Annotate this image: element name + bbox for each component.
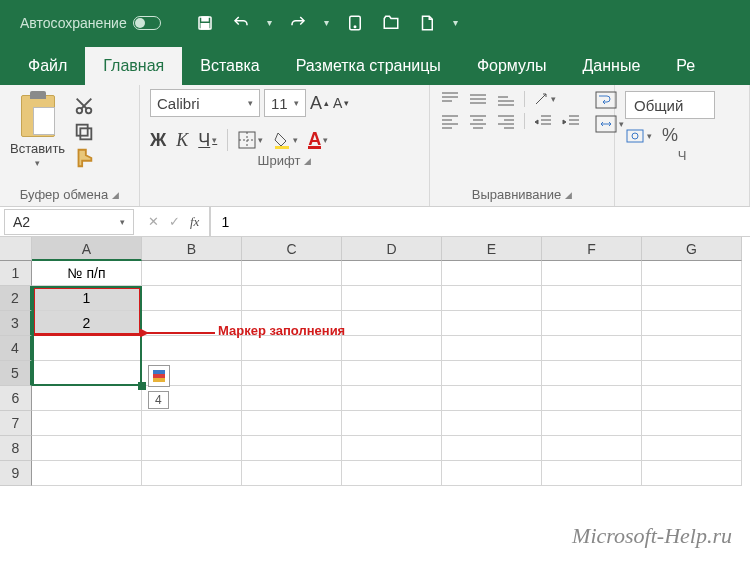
cell[interactable] <box>442 411 542 436</box>
row-header-5[interactable]: 5 <box>0 361 32 386</box>
cell[interactable] <box>142 436 242 461</box>
cell[interactable] <box>242 386 342 411</box>
chevron-down-icon[interactable]: ▾ <box>242 98 253 108</box>
cell[interactable] <box>342 336 442 361</box>
cell[interactable] <box>342 286 442 311</box>
borders-button[interactable]: ▾ <box>238 131 263 149</box>
fill-handle[interactable] <box>138 382 146 390</box>
cell[interactable] <box>642 261 742 286</box>
cell[interactable] <box>242 461 342 486</box>
cell-A3[interactable]: 2 <box>32 311 142 336</box>
increase-indent-icon[interactable] <box>561 113 581 129</box>
chevron-down-icon[interactable]: ▾ <box>288 98 299 108</box>
row-header-6[interactable]: 6 <box>0 386 32 411</box>
chevron-down-icon[interactable]: ▾ <box>120 217 125 227</box>
cut-icon[interactable] <box>73 95 95 115</box>
underline-button[interactable]: Ч▾ <box>198 130 217 151</box>
col-header-D[interactable]: D <box>342 237 442 261</box>
align-middle-icon[interactable] <box>468 91 488 107</box>
cell[interactable] <box>32 461 142 486</box>
cell[interactable] <box>32 436 142 461</box>
cell[interactable] <box>542 311 642 336</box>
row-header-1[interactable]: 1 <box>0 261 32 286</box>
cell-A1[interactable]: № п/п <box>32 261 142 286</box>
align-top-icon[interactable] <box>440 91 460 107</box>
format-painter-icon[interactable] <box>73 147 95 167</box>
formula-input[interactable]: 1 <box>210 207 750 236</box>
font-size-combo[interactable]: 11▾ <box>264 89 306 117</box>
copy-icon[interactable] <box>73 121 95 141</box>
cell[interactable] <box>142 411 242 436</box>
cell[interactable] <box>32 411 142 436</box>
italic-button[interactable]: К <box>176 130 188 151</box>
toggle-off-icon[interactable] <box>133 16 161 30</box>
font-name-combo[interactable]: Calibri▾ <box>150 89 260 117</box>
increase-font-icon[interactable]: А▴ <box>310 93 329 114</box>
percent-button[interactable]: % <box>662 125 678 146</box>
open-icon[interactable] <box>381 13 401 33</box>
cell[interactable] <box>242 411 342 436</box>
row-header-8[interactable]: 8 <box>0 436 32 461</box>
orientation-icon[interactable]: ▾ <box>533 91 556 107</box>
cell[interactable] <box>642 411 742 436</box>
bold-button[interactable]: Ж <box>150 130 166 151</box>
dialog-launcher-icon[interactable]: ◢ <box>565 190 572 200</box>
cell[interactable] <box>642 436 742 461</box>
cell[interactable] <box>342 411 442 436</box>
fill-color-button[interactable]: ▾ <box>273 131 298 149</box>
chevron-down-icon[interactable]: ▾ <box>453 17 458 28</box>
cell-A2[interactable]: 1 <box>32 286 142 311</box>
select-all-corner[interactable] <box>0 237 32 261</box>
decrease-font-icon[interactable]: А▾ <box>333 95 349 111</box>
align-bottom-icon[interactable] <box>496 91 516 107</box>
font-color-button[interactable]: А▾ <box>308 132 328 149</box>
cell[interactable] <box>142 286 242 311</box>
row-header-2[interactable]: 2 <box>0 286 32 311</box>
tab-formulas[interactable]: Формулы <box>459 47 565 85</box>
cell[interactable] <box>542 336 642 361</box>
cell[interactable] <box>242 286 342 311</box>
name-box[interactable]: A2▾ <box>4 209 134 235</box>
redo-icon[interactable] <box>288 13 308 33</box>
cell[interactable] <box>342 386 442 411</box>
chevron-down-icon[interactable]: ▾ <box>267 17 272 28</box>
dialog-launcher-icon[interactable]: ◢ <box>304 156 311 166</box>
cell[interactable] <box>442 336 542 361</box>
cell[interactable] <box>442 436 542 461</box>
align-right-icon[interactable] <box>496 113 516 129</box>
cell[interactable] <box>542 411 642 436</box>
cell[interactable] <box>442 311 542 336</box>
cell[interactable] <box>242 436 342 461</box>
col-header-C[interactable]: C <box>242 237 342 261</box>
cell[interactable] <box>642 361 742 386</box>
cell[interactable] <box>542 261 642 286</box>
row-header-7[interactable]: 7 <box>0 411 32 436</box>
fx-icon[interactable]: fx <box>190 214 199 230</box>
cell[interactable] <box>642 286 742 311</box>
row-header-3[interactable]: 3 <box>0 311 32 336</box>
cell[interactable] <box>32 386 142 411</box>
cell[interactable] <box>442 286 542 311</box>
cell[interactable] <box>542 461 642 486</box>
tab-insert[interactable]: Вставка <box>182 47 277 85</box>
undo-icon[interactable] <box>231 13 251 33</box>
cell[interactable] <box>442 261 542 286</box>
cell[interactable] <box>242 261 342 286</box>
cell[interactable] <box>442 461 542 486</box>
col-header-A[interactable]: A <box>32 237 142 261</box>
cell[interactable] <box>242 336 342 361</box>
col-header-F[interactable]: F <box>542 237 642 261</box>
cell[interactable] <box>342 361 442 386</box>
cell-A5[interactable] <box>32 361 142 386</box>
new-icon[interactable] <box>417 13 437 33</box>
row-header-4[interactable]: 4 <box>0 336 32 361</box>
cell[interactable] <box>342 311 442 336</box>
cell[interactable] <box>642 311 742 336</box>
cell[interactable] <box>542 386 642 411</box>
paste-button[interactable]: Вставить ▾ <box>10 89 65 168</box>
cell[interactable] <box>542 436 642 461</box>
enter-icon[interactable]: ✓ <box>169 214 180 229</box>
number-format-combo[interactable]: Общий <box>625 91 715 119</box>
worksheet-grid[interactable]: A B C D E F G 1№ п/п 21 32 4 5 6 7 8 9 4… <box>0 237 750 486</box>
autosave-toggle[interactable]: Автосохранение <box>20 15 161 31</box>
